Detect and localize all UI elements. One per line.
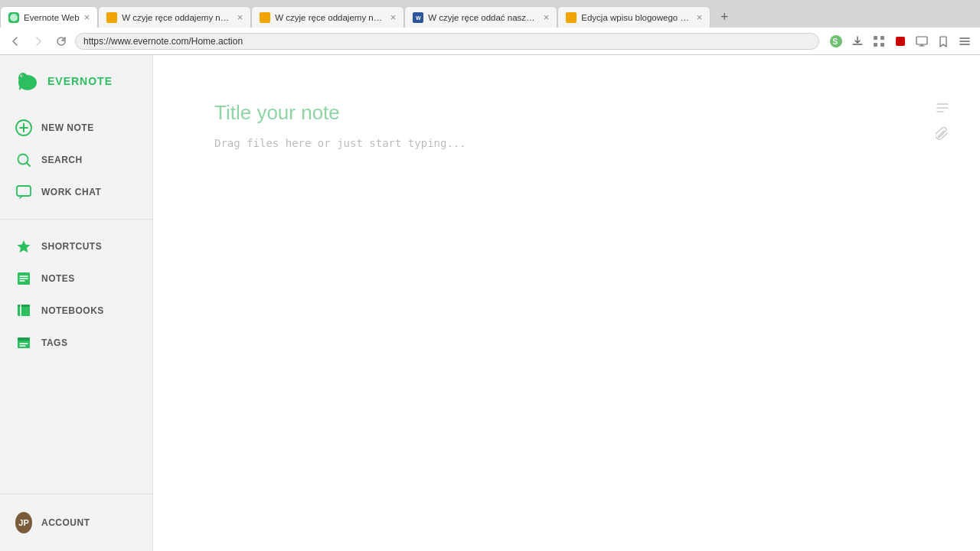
sync-icon[interactable]: S <box>827 32 845 51</box>
tab-label-3: W czyje ręce oddajemy nas... <box>275 13 385 22</box>
sidebar-item-label-account: ACCOUNT <box>41 517 90 528</box>
svg-marker-28 <box>18 240 31 253</box>
sidebar-item-shortcuts[interactable]: SHORTCUTS <box>0 230 152 262</box>
svg-rect-10 <box>880 43 884 47</box>
browser-chrome: Evernote Web × W czyje ręce oddajemy nas… <box>0 0 980 55</box>
back-button[interactable] <box>6 32 24 51</box>
sidebar-top-section: NEW NOTE SEARCH <box>0 107 152 213</box>
svg-rect-2 <box>261 14 269 21</box>
extensions-icon[interactable] <box>891 32 910 51</box>
svg-rect-27 <box>17 186 31 196</box>
svg-text:W: W <box>416 15 421 21</box>
svg-rect-9 <box>874 43 877 47</box>
svg-point-0 <box>10 14 18 21</box>
svg-text:S: S <box>833 37 838 46</box>
tab-close-3[interactable]: × <box>390 11 397 23</box>
tab-close-4[interactable]: × <box>544 11 550 23</box>
new-tab-button[interactable]: + <box>714 6 735 28</box>
tab-bar: Evernote Web × W czyje ręce oddajemy nas… <box>0 0 980 28</box>
sidebar-item-label-work-chat: WORK CHAT <box>41 187 101 197</box>
notebooks-icon <box>15 302 32 319</box>
search-icon <box>15 152 32 168</box>
sidebar-item-notes[interactable]: NOTES <box>0 262 152 295</box>
svg-rect-1 <box>108 14 116 21</box>
tag-icon <box>15 334 32 351</box>
sidebar-item-work-chat[interactable]: WORK CHAT <box>0 176 152 208</box>
svg-rect-33 <box>18 305 30 316</box>
note-body-input[interactable] <box>153 137 980 367</box>
apps-icon[interactable] <box>870 32 888 51</box>
svg-line-26 <box>27 163 30 166</box>
tab-label-evernote: Evernote Web <box>24 13 80 22</box>
sidebar: EVERNOTE NEW NOTE <box>0 55 153 551</box>
browser-toolbar-icons: S <box>827 32 974 51</box>
notes-icon <box>15 270 32 287</box>
sidebar-item-new-note[interactable]: NEW NOTE <box>0 112 152 144</box>
sidebar-item-label-new-note: NEW NOTE <box>41 122 94 133</box>
sidebar-main-section: SHORTCUTS NOTES <box>0 226 152 364</box>
svg-rect-8 <box>880 36 884 40</box>
sidebar-divider-1 <box>0 219 152 220</box>
note-title-input[interactable] <box>153 55 980 137</box>
content-area <box>153 55 980 551</box>
tab-close-5[interactable]: × <box>697 11 703 23</box>
account-icon: JP <box>15 514 32 531</box>
tab-evernote-web[interactable]: Evernote Web × <box>0 6 98 28</box>
menu-icon[interactable] <box>956 32 974 51</box>
sidebar-item-tags[interactable]: TAGS <box>0 327 152 359</box>
svg-rect-7 <box>874 36 877 40</box>
list-tool-icon[interactable] <box>936 101 949 115</box>
sidebar-item-search[interactable]: SEARCH <box>0 144 152 176</box>
sidebar-item-label-search: SEARCH <box>41 155 83 165</box>
sidebar-item-label-notes: NOTES <box>41 273 75 284</box>
tab-4[interactable]: W W czyje ręce oddać nasze n... × <box>404 6 557 28</box>
tab-3[interactable]: W czyje ręce oddajemy nas... × <box>251 6 404 28</box>
screen-icon[interactable] <box>913 32 931 51</box>
sidebar-item-label-shortcuts: SHORTCUTS <box>41 241 102 252</box>
sidebar-logo[interactable]: EVERNOTE <box>0 55 152 107</box>
content-tools <box>936 101 949 141</box>
bookmark-icon[interactable] <box>934 32 952 51</box>
main-layout: EVERNOTE NEW NOTE <box>0 55 980 551</box>
sidebar-item-label-tags: TAGS <box>41 337 67 348</box>
attach-tool-icon[interactable] <box>936 127 949 141</box>
tab-close-2[interactable]: × <box>237 11 243 23</box>
sidebar-bottom: JP ACCOUNT <box>0 494 152 551</box>
tab-2[interactable]: W czyje ręce oddajemy nas... × <box>98 6 251 28</box>
star-icon <box>15 238 32 255</box>
tab-label-5: Edycja wpisu blogowego - ... <box>581 13 691 22</box>
svg-point-21 <box>21 75 22 76</box>
sidebar-item-notebooks[interactable]: NOTEBOOKS <box>0 295 152 327</box>
tab-close-evernote[interactable]: × <box>84 11 90 23</box>
forward-button[interactable] <box>29 32 47 51</box>
refresh-button[interactable] <box>52 32 70 51</box>
tab-5[interactable]: Edycja wpisu blogowego - ... × <box>557 6 710 28</box>
svg-rect-12 <box>916 37 927 44</box>
svg-rect-34 <box>18 305 30 307</box>
sidebar-item-label-notebooks: NOTEBOOKS <box>41 305 104 316</box>
address-input[interactable] <box>75 33 819 50</box>
svg-rect-37 <box>18 337 30 341</box>
address-bar: S <box>0 28 980 55</box>
download-icon[interactable] <box>848 32 867 51</box>
chat-icon <box>15 184 32 201</box>
tab-label-4: W czyje ręce oddać nasze n... <box>428 13 538 22</box>
plus-circle-icon <box>15 119 32 136</box>
tab-label-2: W czyje ręce oddajemy nas... <box>122 13 232 22</box>
evernote-logo-text: EVERNOTE <box>47 75 113 87</box>
svg-rect-11 <box>896 37 905 46</box>
sidebar-item-account[interactable]: JP ACCOUNT <box>0 507 152 539</box>
